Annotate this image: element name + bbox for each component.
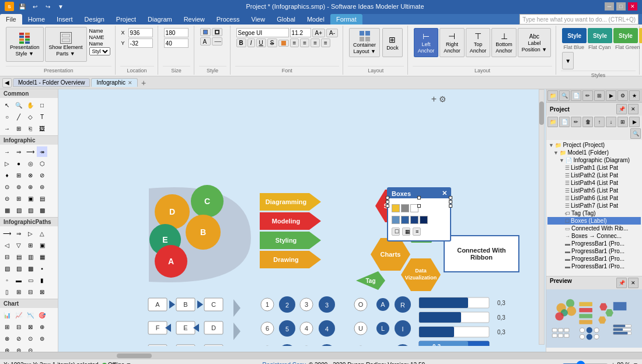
inf-tool-11[interactable]: ⊗ <box>25 170 36 180</box>
quick-redo-btn[interactable]: ↪ <box>43 2 53 10</box>
style-select[interactable]: Style <box>89 47 110 55</box>
quick-save-btn[interactable]: 💾 <box>18 2 27 10</box>
color-swatch-blue3[interactable] <box>410 216 418 224</box>
proj-toolbar-5[interactable]: ↑ <box>594 117 605 127</box>
boxes-close-btn[interactable]: ✕ <box>440 190 449 197</box>
nav-back-btn[interactable]: ◀ <box>2 78 12 88</box>
tab-file[interactable]: File <box>0 14 22 24</box>
infp-tool-3[interactable]: ▷ <box>25 228 36 239</box>
tab-review[interactable]: Review <box>178 14 211 24</box>
infp-tool-17[interactable]: ▫ <box>2 275 12 285</box>
chart-tool-7[interactable]: ⊠ <box>25 321 36 332</box>
tab-home[interactable]: Home <box>22 14 51 24</box>
inf-tool-24[interactable]: ▩ <box>37 205 47 215</box>
chart-tool-9[interactable]: ⊗ <box>2 333 12 344</box>
proj-toolbar-6[interactable]: ↓ <box>606 117 616 127</box>
inf-tool-6[interactable]: ● <box>13 158 24 169</box>
tab-insert[interactable]: Insert <box>51 14 79 24</box>
handle-bm[interactable] <box>417 204 421 208</box>
flow-box-I[interactable] <box>204 345 223 346</box>
underline-btn[interactable]: U <box>256 38 266 47</box>
quick-menu-btn[interactable]: ▼ <box>56 2 65 10</box>
flow-box-H[interactable] <box>176 345 195 346</box>
proj-icon-5[interactable]: ⊞ <box>594 90 605 101</box>
inf-tool-22[interactable]: ▧ <box>13 205 24 215</box>
inf-tool-15[interactable]: ⊛ <box>25 181 36 192</box>
tab-add-btn[interactable]: + <box>139 78 148 88</box>
proj-search-btn[interactable]: 🔍 <box>630 128 641 139</box>
tab-project[interactable]: Project <box>110 14 142 24</box>
layout-icon-3[interactable]: ≡ <box>413 228 421 236</box>
bottom-anchor-btn[interactable]: ⊥ Bottom Anchor <box>491 28 517 57</box>
tool-pan[interactable]: ✋ <box>25 100 36 110</box>
tool-select[interactable]: ↖ <box>2 100 12 110</box>
font-size-input[interactable] <box>290 28 311 37</box>
chart-tool-4[interactable]: 🎯 <box>37 310 47 320</box>
tool-text[interactable]: T <box>37 111 47 122</box>
y-input[interactable]: -32 <box>128 38 153 48</box>
font-dec-btn[interactable]: A- <box>326 29 338 37</box>
chart-tool-13[interactable]: ⊛ <box>2 345 12 352</box>
align-justify-btn[interactable]: ≡ <box>321 38 330 47</box>
chart-tool-5[interactable]: ⊞ <box>2 321 12 332</box>
tool-line[interactable]: ╱ <box>13 111 24 122</box>
inf-tool-18[interactable]: ⊞ <box>13 193 24 204</box>
tab-global[interactable]: Global <box>271 14 301 24</box>
inf-tool-21[interactable]: ▦ <box>2 205 12 215</box>
tab-model1[interactable]: Model1 - Folder Overview <box>13 78 90 87</box>
infp-tool-22[interactable]: ⊞ <box>13 286 24 297</box>
proj-icon-8[interactable]: ★ <box>629 90 640 101</box>
tree-item-progbar2[interactable]: ▬ ProgressBar1 (Pro... <box>547 247 641 255</box>
show-element-parts-btn[interactable]: Show Element Parts ▼ <box>45 27 87 62</box>
style-flat-green-btn[interactable]: Style <box>613 28 638 43</box>
infp-tool-9[interactable]: ⊟ <box>2 251 12 262</box>
panel-chart-header[interactable]: Chart <box>0 299 58 308</box>
close-btn[interactable]: ✕ <box>628 2 637 10</box>
infp-tool-1[interactable]: ⟶ <box>2 228 12 239</box>
tool-diamond[interactable]: ◇ <box>25 111 36 122</box>
infp-tool-5[interactable]: ◁ <box>2 240 12 250</box>
tool-table[interactable]: ⊞ <box>13 123 24 134</box>
tab-infographic[interactable]: Infographic ✕ <box>91 78 137 87</box>
layout-icon-1[interactable]: ☐ <box>392 228 400 236</box>
inf-tool-14[interactable]: ⊚ <box>13 181 24 192</box>
proj-icon-2[interactable]: 🔍 <box>559 90 570 101</box>
tree-item-connectedrib[interactable]: ▭ Connected With Rib... <box>547 225 641 232</box>
handle-mr[interactable] <box>449 200 452 204</box>
num-8[interactable] <box>279 344 295 346</box>
handle-tr[interactable] <box>449 196 452 200</box>
italic-btn[interactable]: I <box>247 38 255 47</box>
add-element-btn[interactable]: + <box>431 94 437 104</box>
inf-tool-7[interactable]: ◎ <box>25 158 36 169</box>
chart-tool-6[interactable]: ⊟ <box>13 321 24 332</box>
inf-tool-10[interactable]: ⊞ <box>13 170 24 180</box>
infp-tool-12[interactable]: ▦ <box>37 251 47 262</box>
tree-item-progbar4[interactable]: ▬ ProgressBar1 (Pro... <box>547 262 641 268</box>
infp-tool-13[interactable]: ▧ <box>2 263 12 274</box>
infp-tool-2[interactable]: ⇒ <box>13 228 24 239</box>
preview-close-btn[interactable]: ✕ <box>628 278 638 288</box>
infp-tool-16[interactable]: ▪ <box>37 263 47 274</box>
proj-icon-7[interactable]: ⚙ <box>617 90 628 101</box>
x-input[interactable]: 936 <box>128 28 153 37</box>
handle-tl[interactable] <box>386 196 389 200</box>
infp-tool-15[interactable]: ▩ <box>25 263 36 274</box>
infp-tool-8[interactable]: ▣ <box>37 240 47 250</box>
tree-item-listpath6[interactable]: ☰ ListPath6 (List Pat <box>547 194 641 202</box>
tree-item-listpath5[interactable]: ☰ ListPath5 (List Pat <box>547 187 641 194</box>
infp-tool-11[interactable]: ▥ <box>25 251 36 262</box>
infp-tool-18[interactable]: ▬ <box>13 275 24 285</box>
left-anchor-btn[interactable]: ⊢ Left Anchor <box>414 28 439 57</box>
infp-tool-14[interactable]: ▨ <box>13 263 24 274</box>
infp-tool-6[interactable]: ▽ <box>13 240 24 250</box>
maximize-btn[interactable]: □ <box>616 2 626 10</box>
tree-item-progbar1[interactable]: ▬ ProgressBar1 (Pro... <box>547 240 641 247</box>
chart-tool-15[interactable]: ⊝ <box>25 345 36 352</box>
container-layout-btn[interactable]: Container Layout ▼ <box>349 28 380 57</box>
tab-design[interactable]: Design <box>79 14 110 24</box>
infp-tool-10[interactable]: ▤ <box>13 251 24 262</box>
infp-tool-4[interactable]: △ <box>37 228 47 239</box>
align-center-btn[interactable]: ≡ <box>300 38 309 47</box>
tool-connect[interactable]: → <box>2 123 12 134</box>
tab-process[interactable]: Process <box>211 14 246 24</box>
